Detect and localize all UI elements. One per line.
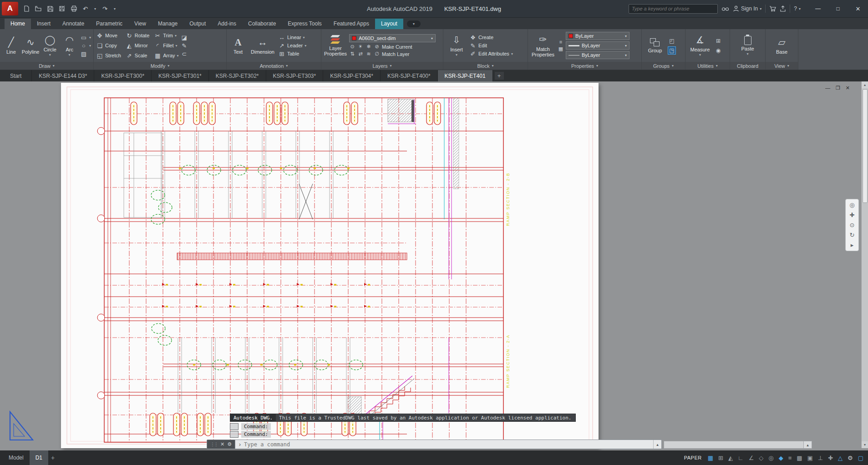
utilities-panel-label[interactable]: Utilities▾ — [685, 62, 730, 70]
arc-button[interactable]: ◠Arc▾ — [61, 34, 78, 57]
ortho-mode-icon[interactable]: ∟ — [738, 455, 744, 461]
tab-layout[interactable]: Layout — [375, 19, 403, 29]
sign-in-button[interactable]: Sign In ▾ — [733, 5, 761, 12]
layer-freeze-icon[interactable]: ❄ — [365, 44, 372, 50]
horizontal-scrollbar[interactable]: ▴ — [664, 441, 812, 449]
layer-off-icon[interactable]: ⊙ — [349, 44, 355, 50]
groups-panel-label[interactable]: Groups▾ — [642, 62, 685, 70]
id-point-button[interactable]: ◉ — [714, 46, 722, 55]
lineweight-dropdown[interactable]: ByLayer ▾ — [566, 41, 629, 50]
draw-panel-label[interactable]: Draw▾ — [0, 62, 93, 70]
file-tab[interactable]: KSR-SJP-ET301* — [152, 70, 209, 81]
annotation-panel-label[interactable]: Annotation▾ — [227, 62, 321, 70]
dimension-button[interactable]: ↔Dimension — [249, 36, 276, 55]
selection-cycling-icon[interactable]: ▣ — [807, 455, 813, 461]
paper-model-toggle[interactable]: PAPER — [684, 455, 702, 460]
edit-block-button[interactable]: ✎Edit — [469, 42, 513, 49]
fillet-button[interactable]: ◜Fillet▾ — [154, 42, 178, 49]
recent-commands-icon[interactable]: ▴ — [653, 440, 661, 449]
tab-manage[interactable]: Manage — [152, 19, 183, 29]
object-snap-icon[interactable]: ◆ — [779, 455, 783, 461]
ellipse-button[interactable]: ○▾ — [80, 42, 91, 49]
polyline-button[interactable]: ∿Polyline — [22, 36, 40, 55]
search-input[interactable] — [632, 6, 715, 11]
move-button[interactable]: ✥Move — [96, 32, 121, 39]
search-icon[interactable] — [721, 5, 729, 12]
layer-isolate-icon[interactable]: ⇅ — [349, 51, 355, 57]
application-menu-button[interactable]: A — [2, 2, 18, 15]
layers-panel-label[interactable]: Layers▾ — [321, 62, 443, 70]
file-tab[interactable]: KSR-SJP-ET400* — [381, 70, 438, 81]
layer-delete-icon[interactable]: ∅ — [374, 51, 380, 57]
tab-collaborate[interactable]: Collaborate — [242, 19, 282, 29]
infer-constraints-icon[interactable]: ◭ — [728, 455, 733, 461]
drawing-svg[interactable]: RAMP SECTION - 2-B RAMP SECTION - 2-A — [61, 83, 599, 448]
command-line[interactable]: ⋮⋮ ✕ ⚙ › ▴ — [207, 440, 662, 449]
model-tab[interactable]: Model — [3, 450, 30, 465]
layer-merge-icon[interactable]: ≋ — [365, 51, 372, 57]
edit-attributes-button[interactable]: ✐Edit Attributes▾ — [469, 51, 513, 57]
share-icon[interactable] — [780, 5, 786, 12]
dynamic-input-icon[interactable]: ✚ — [828, 455, 833, 461]
wrench-icon[interactable]: ⚙ — [227, 441, 232, 447]
new-drawing-tab-button[interactable]: + — [495, 72, 504, 80]
dynamic-ucs-icon[interactable]: ⊥ — [818, 455, 823, 461]
line-button[interactable]: ╱Line — [2, 36, 20, 55]
layout-tab-d1[interactable]: D1 — [30, 450, 48, 465]
properties-list-icon[interactable]: ≡ — [558, 39, 564, 45]
table-button[interactable]: ⊞Table — [278, 51, 306, 57]
command-input-area[interactable]: › — [235, 440, 653, 449]
block-panel-label[interactable]: Block▾ — [443, 62, 528, 70]
layer-lock-icon[interactable]: ⊘ — [374, 44, 380, 50]
close-icon[interactable]: ✕ — [220, 441, 224, 447]
grid-display-icon[interactable]: ▦ — [708, 455, 713, 461]
showmotion-icon[interactable]: ▸ — [851, 242, 854, 248]
paste-button[interactable]: Paste▾ — [737, 35, 759, 56]
vertical-scroll-thumb[interactable] — [863, 89, 868, 203]
command-input[interactable] — [244, 441, 650, 448]
zoom-icon[interactable]: ⊙ — [850, 222, 855, 228]
save-icon[interactable] — [45, 4, 55, 14]
undo-icon[interactable]: ↶ — [80, 4, 91, 14]
object-snap-tracking-icon[interactable]: ◎ — [768, 455, 773, 461]
drawing-area[interactable]: RAMP SECTION - 2-B RAMP SECTION - 2-A — … — [0, 81, 868, 450]
file-tab[interactable]: KSR-SJP-E144 D3* — [32, 70, 94, 81]
drawing-close-icon[interactable]: ✕ — [846, 85, 850, 91]
file-tab-start[interactable]: Start — [0, 70, 32, 81]
view-panel-label[interactable]: View▾ — [766, 62, 798, 70]
redo-icon[interactable]: ↷ — [100, 4, 110, 14]
new-layout-button[interactable]: + — [51, 454, 55, 461]
file-tab[interactable]: KSR-SJP-ET300* — [94, 70, 152, 81]
object-color-dropdown[interactable]: ByLayer ▾ — [566, 32, 629, 40]
measure-button[interactable]: ∡Measure▾ — [688, 34, 712, 57]
group-edit-button[interactable]: ◳ — [668, 46, 676, 55]
save-as-icon[interactable] — [56, 4, 67, 14]
ribbon-display-toggle[interactable]: ▾ — [407, 20, 421, 27]
plot-icon[interactable] — [68, 4, 79, 14]
drawing-restore-icon[interactable]: ❐ — [836, 85, 840, 91]
layer-unisolate-icon[interactable]: ⇄ — [357, 51, 364, 57]
quick-select-button[interactable]: ⊞ — [714, 37, 722, 45]
explode-button[interactable]: ⊂ — [181, 51, 188, 57]
circle-button[interactable]: ◯Circle▾ — [41, 34, 59, 57]
maximize-button[interactable]: □ — [828, 0, 848, 17]
scroll-down-icon[interactable]: ▾ — [862, 441, 868, 448]
orbit-icon[interactable]: ↻ — [850, 232, 855, 238]
rectangle-button[interactable]: ▭▾ — [80, 34, 91, 41]
tab-annotate[interactable]: Annotate — [56, 19, 90, 29]
minimize-button[interactable]: — — [808, 0, 828, 17]
lineweight-icon[interactable]: ≡ — [788, 455, 792, 461]
trim-button[interactable]: ✂Trim▾ — [154, 32, 178, 39]
array-button[interactable]: ▦Array▾ — [154, 52, 178, 59]
leader-button[interactable]: ↗Leader▾ — [278, 42, 306, 49]
layer-properties-button[interactable]: Layer Properties — [324, 35, 347, 56]
file-tab-active[interactable]: KSR-SJP-ET401 — [438, 70, 493, 81]
search-box[interactable] — [629, 4, 718, 14]
tab-featured-apps[interactable]: Featured Apps — [328, 19, 375, 29]
base-view-button[interactable]: ▱Base — [771, 36, 793, 55]
file-tab[interactable]: KSR-SJP-ET303* — [266, 70, 324, 81]
annotation-scale-icon[interactable]: △ — [838, 455, 843, 461]
text-button[interactable]: AText — [229, 36, 247, 55]
clean-screen-icon[interactable]: ▢ — [858, 455, 863, 461]
drag-handle-icon[interactable]: ⋮⋮ — [210, 442, 218, 447]
